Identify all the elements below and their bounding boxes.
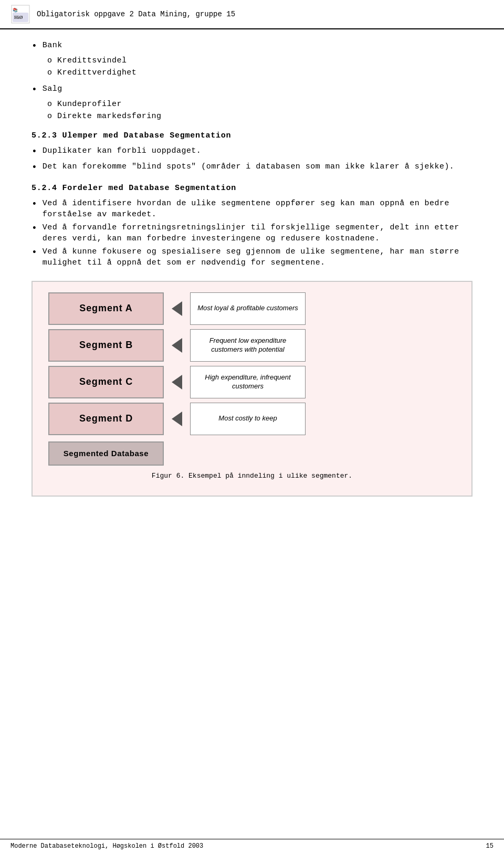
bank-heading: Bank <box>43 40 62 51</box>
segments-left-col: Segment A Most loyal & profitable custom… <box>48 292 306 466</box>
salg-sub-1-text: Kundeprofiler <box>57 99 122 110</box>
segments-layout: Segment A Most loyal & profitable custom… <box>48 292 456 466</box>
svg-text:HiØ: HiØ <box>14 15 23 20</box>
523-bullet-2: • Det kan forekomme "blind spots" (områd… <box>32 161 472 174</box>
bank-sub-2-text: Kredittverdighet <box>57 67 136 78</box>
bullet-dot: • <box>32 40 37 53</box>
segment-d-box: Segment D <box>48 403 164 435</box>
salg-sub-o-1: o <box>47 99 52 110</box>
524-bullet-2: • Ved å forvandle forretningsretningslin… <box>32 222 472 244</box>
arrow-left-icon-a <box>172 301 182 316</box>
footer-page-number: 15 <box>486 843 494 850</box>
segment-a-box: Segment A <box>48 292 164 325</box>
figure-container: Segment A Most loyal & profitable custom… <box>32 281 472 497</box>
segment-d-label: Segment D <box>79 413 133 424</box>
523-text-2: Det kan forekomme "blind spots" (områder… <box>43 161 454 172</box>
segment-b-desc-text: Frequent low expenditure customers with … <box>196 336 300 354</box>
segment-row-c: Segment C High expenditure, infrequent c… <box>48 366 306 398</box>
segment-a-arrow <box>164 292 190 325</box>
524-text-1: Ved å identifisere hvordan de ulike segm… <box>43 198 472 220</box>
523-text-1: Duplikater kan forbli uoppdaget. <box>43 145 201 156</box>
segment-a-desc: Most loyal & profitable customers <box>190 292 306 325</box>
salg-bullet-dot: • <box>32 83 37 97</box>
segmented-db-box: Segmented Database <box>48 441 164 466</box>
page-content: • Bank o Kredittsvindel o Kredittverdigh… <box>0 29 504 544</box>
segment-c-label: Segment C <box>79 376 133 387</box>
524-dot-3: • <box>32 246 37 259</box>
segment-b-desc: Frequent low expenditure customers with … <box>190 329 306 362</box>
segment-d-desc: Most costly to keep <box>190 403 306 435</box>
523-bullet-1: • Duplikater kan forbli uoppdaget. <box>32 145 472 159</box>
salg-sub-2: o Direkte markedsføring <box>47 111 472 122</box>
page-header: 📚 HiØ Obligatorisk oppgave 2 Data Mining… <box>0 0 504 29</box>
523-dot-1: • <box>32 145 37 159</box>
arrow-left-icon-d <box>172 412 182 426</box>
svg-text:📚: 📚 <box>13 7 18 13</box>
524-text-3: Ved å kunne fokusere og spesialisere seg… <box>43 246 472 268</box>
segment-d-arrow <box>164 403 190 435</box>
524-bullet-3: • Ved å kunne fokusere og spesialisere s… <box>32 246 472 268</box>
header-logo-icon: 📚 HiØ <box>10 4 30 24</box>
arrow-left-icon-c <box>172 375 182 389</box>
523-dot-2: • <box>32 161 37 174</box>
segment-b-box: Segment B <box>48 329 164 362</box>
arrow-left-icon-b <box>172 338 182 353</box>
524-text-2: Ved å forvandle forretningsretningslinje… <box>43 222 472 244</box>
page-footer: Moderne Databaseteknologi, Høgskolen i Ø… <box>0 839 504 853</box>
header-title: Obligatorisk oppgave 2 Data Mining, grup… <box>37 10 235 18</box>
section-523-bullets: • Duplikater kan forbli uoppdaget. • Det… <box>32 145 472 174</box>
segment-c-desc-text: High expenditure, infrequent customers <box>196 373 300 391</box>
footer-left-text: Moderne Databaseteknologi, Høgskolen i Ø… <box>10 843 203 850</box>
segment-a-desc-text: Most loyal & profitable customers <box>197 304 298 313</box>
salg-sub-2-text: Direkte markedsføring <box>57 111 161 122</box>
bank-bullet: • Bank <box>32 40 472 53</box>
salg-sub-bullets: o Kundeprofiler o Direkte markedsføring <box>47 99 472 122</box>
salg-heading: Salg <box>43 83 62 94</box>
segment-row-a: Segment A Most loyal & profitable custom… <box>48 292 306 325</box>
segment-b-label: Segment B <box>79 340 133 351</box>
salg-section: • Salg o Kundeprofiler o Direkte markeds… <box>32 83 472 122</box>
bank-sub-1-text: Kredittsvindel <box>57 55 127 66</box>
524-dot-1: • <box>32 198 37 211</box>
section-524-heading: 5.2.4 Fordeler med Database Segmentation <box>32 184 472 193</box>
524-dot-2: • <box>32 222 37 235</box>
segment-c-arrow <box>164 366 190 398</box>
segment-a-label: Segment A <box>79 303 132 314</box>
segment-b-arrow <box>164 329 190 362</box>
segment-row-d: Segment D Most costly to keep <box>48 403 306 435</box>
segment-c-box: Segment C <box>48 366 164 398</box>
bank-section: • Bank o Kredittsvindel o Kredittverdigh… <box>32 40 472 78</box>
524-bullet-1: • Ved å identifisere hvordan de ulike se… <box>32 198 472 220</box>
sub-bullet-o-2: o <box>47 67 52 78</box>
salg-bullet: • Salg <box>32 83 472 97</box>
segment-c-desc: High expenditure, infrequent customers <box>190 366 306 398</box>
segment-d-desc-text: Most costly to keep <box>218 414 277 423</box>
salg-sub-1: o Kundeprofiler <box>47 99 472 110</box>
segment-row-b: Segment B Frequent low expenditure custo… <box>48 329 306 362</box>
bank-sub-bullets: o Kredittsvindel o Kredittverdighet <box>47 55 472 78</box>
salg-sub-o-2: o <box>47 111 52 122</box>
bank-sub-2: o Kredittverdighet <box>47 67 472 78</box>
bank-sub-1: o Kredittsvindel <box>47 55 472 66</box>
section-524-bullets: • Ved å identifisere hvordan de ulike se… <box>32 198 472 268</box>
figure-caption: Figur 6. Eksempel på inndeling i ulike s… <box>48 472 456 480</box>
section-523-heading: 5.2.3 Ulemper med Database Segmentation <box>32 131 472 140</box>
segmented-db-label: Segmented Database <box>64 449 149 458</box>
sub-bullet-o-1: o <box>47 55 52 66</box>
